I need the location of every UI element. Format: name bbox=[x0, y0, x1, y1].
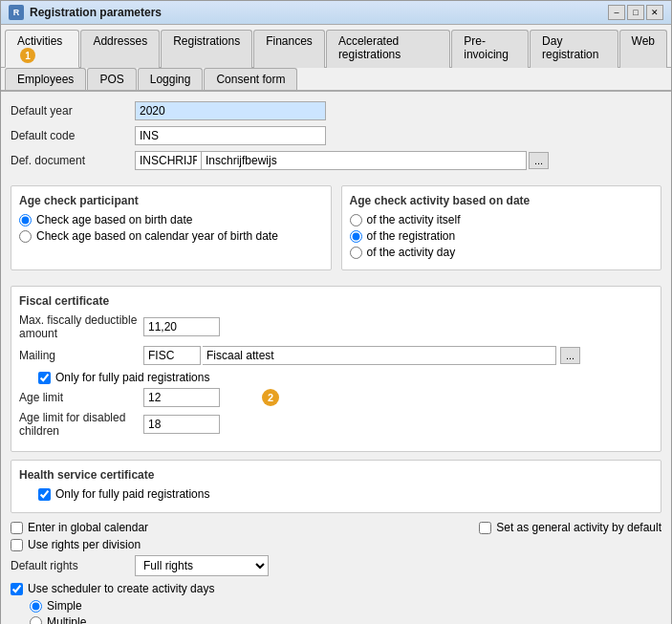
enter-global-calendar-checkbox[interactable] bbox=[11, 522, 23, 534]
age-check-activity-day-radio[interactable] bbox=[350, 247, 362, 259]
app-icon: R bbox=[9, 5, 24, 20]
multiple-label: Multiple bbox=[47, 615, 86, 624]
fiscal-certificate-title: Fiscal certificate bbox=[19, 294, 653, 308]
age-check-registration-row: of the registration bbox=[350, 229, 654, 243]
tabs-row-2: Employees POS Logging Consent form bbox=[1, 68, 671, 92]
minimize-button[interactable]: – bbox=[608, 5, 625, 20]
fiscal-only-fully-paid-label: Only for fully paid registrations bbox=[55, 371, 209, 384]
def-document-desc-input[interactable] bbox=[202, 151, 527, 170]
tabs-row-1: Activities1 Addresses Registrations Fina… bbox=[1, 25, 671, 68]
age-limit-disabled-row: Age limit for disabled children bbox=[19, 411, 653, 438]
age-check-activity-day-row: of the activity day bbox=[350, 246, 654, 259]
default-rights-select[interactable]: Full rights bbox=[135, 555, 269, 576]
age-check-participant-box: Age check participant Check age based on… bbox=[11, 185, 332, 270]
default-year-row: Default year bbox=[11, 101, 661, 120]
age-check-birth-date-label: Check age based on birth date bbox=[36, 213, 192, 226]
window-title: Registration parameters bbox=[30, 6, 162, 19]
use-rights-per-division-row: Use rights per division bbox=[11, 538, 661, 551]
set-general-activity-label: Set as general activity by default bbox=[496, 521, 661, 534]
use-scheduler-label: Use scheduler to create activity days bbox=[28, 582, 214, 595]
default-year-input[interactable] bbox=[135, 101, 326, 120]
health-certificate-box: Health service certificate Only for full… bbox=[11, 460, 661, 513]
mailing-label: Mailing bbox=[19, 349, 143, 362]
mailing-fields: ... bbox=[143, 346, 580, 365]
tab-web[interactable]: Web bbox=[619, 30, 667, 68]
tab-logging[interactable]: Logging bbox=[138, 68, 204, 90]
default-rights-label: Default rights bbox=[11, 559, 135, 572]
simple-label: Simple bbox=[47, 599, 82, 613]
titlebar: R Registration parameters – □ ✕ bbox=[1, 1, 671, 25]
def-document-browse-button[interactable]: ... bbox=[529, 152, 549, 169]
age-check-calendar-year-radio[interactable] bbox=[19, 230, 32, 243]
age-check-activity-itself-radio[interactable] bbox=[350, 214, 362, 226]
badge-2: 2 bbox=[262, 389, 279, 406]
use-rights-per-division-label: Use rights per division bbox=[28, 538, 141, 551]
age-check-participant-title: Age check participant bbox=[19, 194, 323, 207]
age-limit-disabled-input[interactable] bbox=[143, 415, 220, 434]
tab-addresses[interactable]: Addresses bbox=[80, 30, 160, 68]
age-check-calendar-year-row: Check age based on calendar year of birt… bbox=[19, 229, 323, 243]
age-limit-label: Age limit bbox=[19, 391, 143, 404]
activities-badge: 1 bbox=[20, 48, 35, 63]
titlebar-left: R Registration parameters bbox=[9, 5, 162, 20]
max-deductible-label: Max. fiscally deductible amount bbox=[19, 313, 143, 340]
default-code-label: Default code bbox=[11, 129, 135, 142]
close-window-button[interactable]: ✕ bbox=[646, 5, 663, 20]
multiple-radio[interactable] bbox=[30, 616, 42, 625]
tab-consent-form[interactable]: Consent form bbox=[204, 68, 297, 90]
tab-day-registration[interactable]: Day registration bbox=[530, 30, 618, 68]
default-code-input[interactable] bbox=[135, 126, 326, 145]
use-scheduler-checkbox[interactable] bbox=[11, 583, 23, 595]
fiscal-only-fully-paid-checkbox[interactable] bbox=[38, 372, 51, 384]
use-scheduler-row: Use scheduler to create activity days bbox=[11, 582, 661, 595]
tab-accelerated-registrations[interactable]: Accelerated registrations bbox=[326, 30, 450, 68]
tab-finances[interactable]: Finances bbox=[253, 30, 325, 68]
mailing-browse-button[interactable]: ... bbox=[560, 347, 580, 364]
tab-pos[interactable]: POS bbox=[87, 68, 136, 90]
main-content: Default year Default code Def. document … bbox=[1, 92, 671, 624]
max-deductible-input[interactable] bbox=[143, 317, 220, 336]
scheduler-options: Simple Multiple bbox=[30, 599, 661, 624]
mailing-code-input[interactable] bbox=[143, 346, 201, 365]
use-rights-per-division-checkbox[interactable] bbox=[11, 539, 23, 551]
set-general-activity-checkbox[interactable] bbox=[479, 522, 491, 534]
max-deductible-row: Max. fiscally deductible amount bbox=[19, 313, 653, 340]
enter-global-calendar-row: Enter in global calendar bbox=[11, 521, 148, 534]
set-general-activity-row: Set as general activity by default bbox=[479, 521, 661, 534]
age-limit-input[interactable] bbox=[143, 388, 220, 407]
multiple-radio-row: Multiple bbox=[30, 615, 661, 624]
enter-global-calendar-label: Enter in global calendar bbox=[28, 521, 148, 534]
health-only-fully-paid-row: Only for fully paid registrations bbox=[38, 487, 653, 501]
simple-radio-row: Simple bbox=[30, 599, 661, 613]
def-document-label: Def. document bbox=[11, 154, 135, 167]
simple-radio[interactable] bbox=[30, 600, 42, 613]
age-check-registration-radio[interactable] bbox=[350, 230, 362, 243]
fiscal-certificate-box: Fiscal certificate Max. fiscally deducti… bbox=[11, 286, 661, 452]
def-document-fields: ... bbox=[135, 151, 549, 170]
tab-employees[interactable]: Employees bbox=[5, 68, 86, 90]
main-window: R Registration parameters – □ ✕ Activiti… bbox=[0, 0, 672, 624]
age-check-registration-label: of the registration bbox=[367, 229, 456, 243]
bottom-options: Enter in global calendar Set as general … bbox=[11, 521, 661, 624]
age-check-activity-day-label: of the activity day bbox=[367, 246, 456, 259]
age-check-activity-title: Age check activity based on date bbox=[350, 194, 654, 207]
maximize-button[interactable]: □ bbox=[627, 5, 644, 20]
fiscal-only-fully-paid-row: Only for fully paid registrations bbox=[38, 371, 653, 384]
health-only-fully-paid-checkbox[interactable] bbox=[38, 488, 51, 501]
health-certificate-title: Health service certificate bbox=[19, 468, 653, 482]
mailing-desc-input[interactable] bbox=[203, 346, 556, 365]
mailing-row: Mailing ... bbox=[19, 346, 653, 365]
age-check-activity-itself-label: of the activity itself bbox=[367, 213, 461, 226]
age-limit-row: Age limit bbox=[19, 388, 220, 407]
default-code-row: Default code bbox=[11, 126, 661, 145]
tab-activities[interactable]: Activities1 bbox=[5, 30, 79, 68]
age-check-calendar-year-label: Check age based on calendar year of birt… bbox=[36, 229, 278, 243]
age-check-birth-date-radio[interactable] bbox=[19, 214, 32, 226]
age-limit-disabled-label: Age limit for disabled children bbox=[19, 411, 143, 438]
tab-registrations[interactable]: Registrations bbox=[161, 30, 252, 68]
age-check-activity-box: Age check activity based on date of the … bbox=[341, 185, 662, 270]
default-year-label: Default year bbox=[11, 104, 135, 118]
tab-pre-invoicing[interactable]: Pre-invoicing bbox=[451, 30, 529, 68]
def-document-code-input[interactable] bbox=[135, 151, 202, 170]
age-check-birth-date-row: Check age based on birth date bbox=[19, 213, 323, 226]
